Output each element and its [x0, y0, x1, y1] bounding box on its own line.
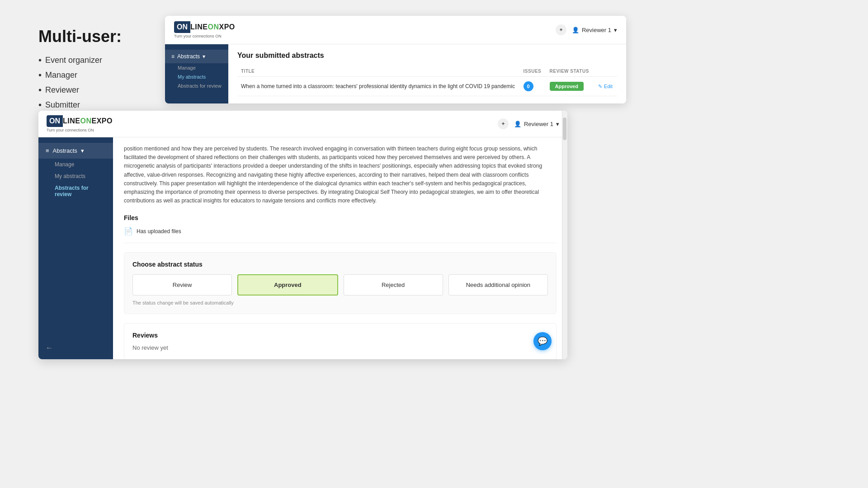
- role-item: Reviewer: [38, 85, 156, 95]
- chevron-icon: ▾: [203, 53, 205, 60]
- bottom-abstracts-label: Abstracts: [53, 147, 77, 154]
- reviewer-icon: 👤: [572, 27, 579, 33]
- col-review-status: REVIEW STATUS: [546, 66, 594, 77]
- col-action: [594, 66, 617, 77]
- role-item: Event organizer: [38, 55, 156, 66]
- bottom-sidebar-my-abstracts[interactable]: My abstracts: [38, 170, 113, 182]
- bottom-logo-tagline: Turn your connections ON: [47, 128, 113, 132]
- top-sidebar: ≡ Abstracts ▾ Manage My abstracts Abstra…: [165, 44, 228, 103]
- status-btn-approved[interactable]: Approved: [237, 274, 338, 296]
- status-btn-needs-opinion[interactable]: Needs additional opinion: [448, 274, 548, 296]
- abstract-body-text: position mentioned and how they are perc…: [124, 145, 557, 205]
- edit-icon: ✎: [598, 84, 602, 89]
- has-uploaded-label: Has uploaded files: [137, 228, 181, 235]
- reviews-section: Reviews No review yet: [124, 323, 557, 359]
- scroll-thumb: [563, 117, 566, 140]
- chevron-down-icon: ▾: [614, 27, 617, 33]
- reviews-title: Reviews: [132, 332, 548, 339]
- edit-cell: ✎ Edit: [594, 77, 617, 96]
- status-approved-badge: Approved: [550, 82, 584, 91]
- logo: ON LINEONXPO Turn your connections ON: [174, 21, 235, 38]
- chat-icon: 💬: [538, 336, 547, 346]
- status-btn-review[interactable]: Review: [132, 274, 232, 296]
- sidebar-item-abstracts[interactable]: ≡ Abstracts ▾: [165, 50, 228, 63]
- collapse-sidebar-btn[interactable]: ←: [46, 344, 53, 352]
- logo-on: ON: [174, 21, 190, 33]
- file-item: 📄 Has uploaded files: [124, 227, 557, 235]
- bottom-body: ≡ Abstracts ▾ Manage My abstracts Abstra…: [38, 137, 567, 359]
- bottom-header-right: ✦ 👤 Reviewer 1 ▾: [498, 118, 559, 129]
- status-btn-rejected[interactable]: Rejected: [344, 274, 443, 296]
- issues-cell: 0: [520, 77, 546, 96]
- bottom-sidebar: ≡ Abstracts ▾ Manage My abstracts Abstra…: [38, 137, 113, 359]
- header-right: ✦ 👤 Reviewer 1 ▾: [556, 24, 617, 35]
- bottom-logo-text: LINEONEXPO: [63, 117, 113, 125]
- col-title: TITLE: [237, 66, 520, 77]
- bottom-header: ON LINEONEXPO Turn your connections ON ✦…: [38, 111, 567, 137]
- files-section: Files 📄 Has uploaded files: [124, 214, 557, 243]
- bottom-sidebar-manage[interactable]: Manage: [38, 159, 113, 170]
- submitted-abstracts-title: Your submitted abstracts: [237, 52, 617, 60]
- edit-link[interactable]: ✎ Edit: [598, 84, 613, 89]
- bottom-reviewer-icon: 👤: [514, 121, 521, 127]
- bottom-chevron-icon: ▾: [556, 121, 559, 127]
- top-window-body: ≡ Abstracts ▾ Manage My abstracts Abstra…: [165, 44, 626, 103]
- sidebar-abstracts-label: Abstracts: [177, 53, 200, 60]
- no-review-label: No review yet: [132, 344, 548, 351]
- bottom-main-content: position mentioned and how they are perc…: [113, 137, 567, 359]
- col-issues: ISSUES: [520, 66, 546, 77]
- star-icon[interactable]: ✦: [556, 24, 566, 35]
- file-icon: 📄: [124, 227, 133, 235]
- status-section: Choose abstract status Review Approved R…: [124, 252, 557, 314]
- logo-tagline: Turn your connections ON: [174, 34, 235, 38]
- table-row: When a home turned into a classroom: tea…: [237, 77, 617, 96]
- status-cell: Approved: [546, 77, 594, 96]
- top-window: ON LINEONXPO Turn your connections ON ✦ …: [165, 16, 626, 103]
- role-item: Submitter: [38, 100, 156, 110]
- bottom-reviewer-label: Reviewer 1: [524, 121, 553, 127]
- issues-badge: 0: [524, 81, 533, 91]
- files-title: Files: [124, 214, 557, 221]
- status-buttons: Review Approved Rejected Needs additiona…: [132, 274, 548, 296]
- bottom-list-icon: ≡: [46, 147, 49, 154]
- left-panel: Multi-user: Event organizer Manager Revi…: [38, 27, 156, 115]
- status-title: Choose abstract status: [132, 261, 548, 268]
- edit-label: Edit: [604, 84, 613, 89]
- abstract-title-cell: When a home turned into a classroom: tea…: [237, 77, 520, 96]
- abstracts-table: TITLE ISSUES REVIEW STATUS When a home t…: [237, 66, 617, 96]
- sidebar-my-abstracts[interactable]: My abstracts: [165, 72, 228, 81]
- bottom-sidebar-abstracts[interactable]: ≡ Abstracts ▾: [38, 143, 113, 159]
- page-title: Multi-user:: [38, 27, 156, 46]
- top-window-header: ON LINEONXPO Turn your connections ON ✦ …: [165, 16, 626, 44]
- chat-bubble[interactable]: 💬: [533, 332, 552, 350]
- bottom-sidebar-abstracts-review[interactable]: Abstracts for review: [38, 182, 113, 200]
- bottom-window: ON LINEONEXPO Turn your connections ON ✦…: [38, 111, 567, 359]
- roles-list: Event organizer Manager Reviewer Submitt…: [38, 55, 156, 110]
- list-icon: ≡: [171, 53, 175, 60]
- reviewer-label: Reviewer 1: [582, 27, 611, 33]
- bottom-chevron-icon2: ▾: [81, 147, 84, 154]
- top-main-content: Your submitted abstracts TITLE ISSUES RE…: [228, 44, 626, 103]
- sidebar-manage[interactable]: Manage: [165, 63, 228, 72]
- status-hint: The status change will be saved automati…: [132, 300, 548, 305]
- sidebar-abstracts-review[interactable]: Abstracts for review: [165, 81, 228, 90]
- bottom-logo: ON LINEONEXPO Turn your connections ON: [47, 115, 113, 132]
- logo-text: LINEONXPO: [190, 23, 235, 31]
- scrollbar[interactable]: [562, 111, 567, 359]
- bottom-reviewer-dropdown[interactable]: 👤 Reviewer 1 ▾: [514, 121, 559, 127]
- role-item: Manager: [38, 70, 156, 80]
- reviewer-dropdown[interactable]: 👤 Reviewer 1 ▾: [572, 27, 617, 33]
- bottom-logo-on: ON: [47, 115, 63, 127]
- bottom-star-icon[interactable]: ✦: [498, 118, 509, 129]
